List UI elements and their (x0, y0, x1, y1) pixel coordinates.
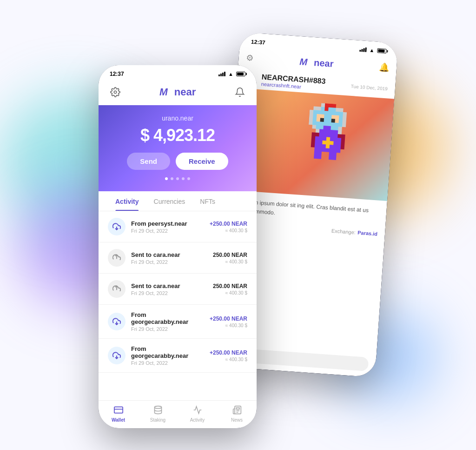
nft-date: Tue 10 Dec, 2019 (350, 83, 388, 91)
nav-label-staking: Staking (150, 417, 165, 423)
activity-details-5: From georgecarabby.near Fri 29 Oct, 2022 (131, 345, 204, 366)
activity-name-3: Sent to cara.near (131, 282, 207, 289)
send-icon-2 (108, 249, 126, 267)
near-logo-icon-front: M (159, 86, 172, 99)
news-nav-icon (231, 404, 243, 416)
activity-nav-icon (192, 404, 203, 416)
status-time-front: 12:37 (110, 71, 124, 77)
settings-icon-front[interactable] (108, 85, 123, 100)
nav-item-news[interactable]: News (217, 404, 257, 423)
activity-list: From peersyst.near Fri 29 Oct, 2022 +250… (99, 211, 257, 400)
status-icons-back: ▲ (359, 47, 387, 54)
bell-icon-back: 🔔 (378, 62, 389, 73)
receive-icon-4 (108, 313, 126, 330)
dot-3 (176, 177, 179, 180)
settings-icon-back: ⚙ (246, 53, 254, 63)
receive-button[interactable]: Receive (176, 153, 228, 170)
amount-near-4: +250.00 NEAR (210, 316, 247, 322)
send-button[interactable]: Send (127, 153, 170, 170)
near-logo-icon-back: M (298, 55, 312, 69)
signal-icon-front (218, 72, 225, 76)
wallet-card: urano.near $ 4,923.12 Send Receive (99, 105, 257, 191)
nav-label-news: News (231, 417, 243, 423)
nav-item-staking[interactable]: Staking (138, 404, 178, 423)
exchange-value: Paras.id (357, 230, 378, 237)
battery-icon (377, 48, 387, 54)
nav-item-activity[interactable]: Activity (178, 404, 217, 423)
wallet-phone: 12:37 ▲ (99, 65, 257, 428)
activity-name-5: From georgecarabby.near (131, 345, 204, 359)
dot-1 (165, 177, 168, 180)
dot-5 (187, 177, 190, 180)
svg-point-1 (114, 91, 117, 94)
activity-amount-2: 250.00 NEAR ≈ 400.30 $ (213, 252, 247, 264)
nav-label-wallet: Wallet (112, 417, 125, 423)
wallet-username: urano.near (162, 114, 193, 122)
amount-usd-2: ≈ 400.30 $ (213, 259, 247, 264)
activity-amount-1: +250.00 NEAR ≈ 400.30 $ (210, 221, 247, 233)
send-icon-3 (108, 280, 126, 298)
activity-details-4: From georgecarabby.near Fri 29 Oct, 2022 (131, 311, 204, 332)
amount-near-1: +250.00 NEAR (210, 221, 247, 227)
pagination-dots (165, 177, 190, 180)
activity-date-2: Fri 29 Oct, 2022 (131, 259, 207, 265)
wifi-icon: ▲ (369, 47, 375, 53)
tab-nfts[interactable]: NFTs (192, 191, 223, 211)
signal-icon (359, 47, 367, 52)
amount-near-3: 250.00 NEAR (213, 283, 247, 289)
tab-activity[interactable]: Activity (108, 191, 146, 211)
wallet-nav-icon (113, 404, 124, 416)
battery-icon-front (236, 72, 245, 76)
bottom-nav: Wallet Staking (99, 400, 257, 428)
phones-container: 12:37 ▲ ⚙ M near (75, 23, 401, 428)
near-logo-front: M near (159, 86, 196, 99)
dot-4 (182, 177, 185, 180)
bell-icon-front[interactable] (232, 85, 247, 100)
activity-date-1: Fri 29 Oct, 2022 (131, 228, 204, 234)
activity-date-3: Fri 29 Oct, 2022 (131, 290, 207, 296)
activity-name-1: From peersyst.near (131, 220, 204, 227)
activity-item-2: Sent to cara.near Fri 29 Oct, 2022 250.0… (99, 242, 257, 274)
status-icons-front: ▲ (218, 71, 245, 77)
activity-amount-4: +250.00 NEAR ≈ 400.30 $ (210, 316, 247, 328)
nav-item-wallet[interactable]: Wallet (99, 404, 138, 423)
amount-usd-4: ≈ 400.30 $ (210, 323, 247, 328)
status-bar-front: 12:37 ▲ (99, 65, 257, 81)
receive-icon-5 (108, 347, 126, 364)
tabs-bar: Activity Currencies NFTs (99, 191, 257, 211)
svg-text:M: M (159, 87, 168, 98)
activity-details-3: Sent to cara.near Fri 29 Oct, 2022 (131, 282, 207, 296)
activity-amount-5: +250.00 NEAR ≈ 400.30 $ (210, 349, 247, 362)
nft-title-block: NEARCRASH#883 nearcrashnft.near (261, 73, 348, 93)
pixel-art-canvas (304, 102, 384, 201)
activity-item-3: Sent to cara.near Fri 29 Oct, 2022 250.0… (99, 274, 257, 305)
exchange-label: Exchange: (331, 228, 356, 235)
wallet-balance: $ 4,923.12 (140, 126, 215, 145)
activity-date-5: Fri 29 Oct, 2022 (131, 360, 204, 366)
amount-usd-5: ≈ 400.30 $ (210, 357, 247, 362)
activity-name-2: Sent to cara.near (131, 251, 207, 258)
activity-item-5: From georgecarabby.near Fri 29 Oct, 2022… (99, 339, 257, 373)
dot-2 (171, 177, 173, 180)
staking-nav-icon (152, 404, 164, 416)
receive-icon-1 (108, 218, 126, 235)
svg-point-10 (154, 406, 161, 409)
wallet-header: M near (99, 81, 257, 105)
activity-name-4: From georgecarabby.near (131, 311, 204, 325)
wallet-actions: Send Receive (127, 153, 228, 170)
near-logo-back: M near (298, 55, 334, 70)
activity-item-1: From peersyst.near Fri 29 Oct, 2022 +250… (99, 211, 257, 242)
amount-usd-1: ≈ 400.30 $ (210, 228, 247, 233)
wifi-icon-front: ▲ (228, 71, 233, 77)
activity-item-4: From georgecarabby.near Fri 29 Oct, 2022… (99, 305, 257, 339)
status-time-back: 12:37 (251, 39, 266, 46)
tab-currencies[interactable]: Currencies (146, 191, 193, 211)
activity-amount-3: 250.00 NEAR ≈ 400.30 $ (213, 283, 247, 296)
amount-near-5: +250.00 NEAR (210, 349, 247, 356)
activity-date-4: Fri 29 Oct, 2022 (131, 326, 204, 332)
svg-rect-8 (114, 407, 122, 413)
nav-label-activity: Activity (190, 417, 205, 423)
amount-usd-3: ≈ 400.30 $ (213, 290, 247, 296)
svg-text:M: M (299, 56, 308, 67)
amount-near-2: 250.00 NEAR (213, 252, 247, 258)
